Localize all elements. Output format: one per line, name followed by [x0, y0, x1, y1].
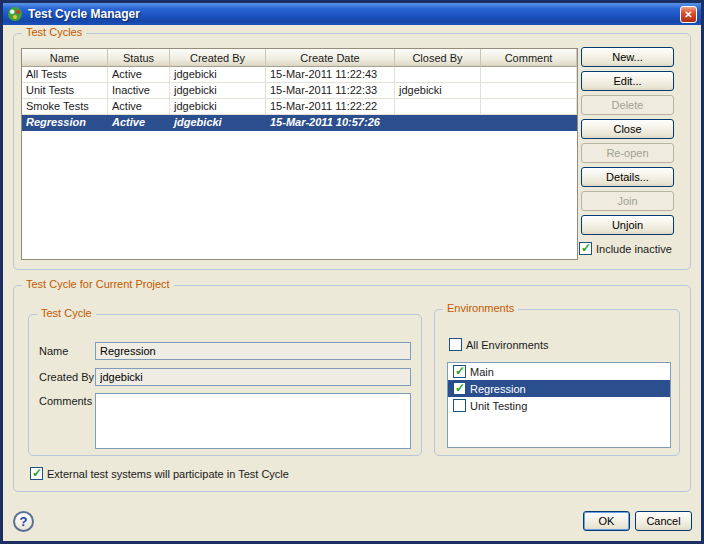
cell-status: Inactive: [108, 83, 170, 98]
include-inactive-checkbox-box[interactable]: [579, 242, 592, 255]
cell-name: All Tests: [22, 67, 108, 82]
all-environments-checkbox-box[interactable]: [449, 338, 462, 351]
cell-closed-by: [395, 99, 481, 114]
test-cycle-detail-group-label: Test Cycle: [37, 307, 96, 319]
table-header: Name Status Created By Create Date Close…: [22, 49, 577, 67]
environment-label: Main: [470, 366, 494, 378]
current-project-group-label: Test Cycle for Current Project: [22, 278, 174, 290]
test-cycles-group: Test Cycles Name Status Created By Creat…: [13, 33, 691, 270]
external-systems-checkbox-box[interactable]: [30, 467, 43, 480]
test-cycle-detail-group: Test Cycle Name Created By Comments: [28, 314, 422, 456]
external-systems-label: External test systems will participate i…: [47, 468, 289, 480]
cancel-button[interactable]: Cancel: [635, 511, 692, 531]
column-header-closed-by[interactable]: Closed By: [395, 49, 481, 67]
cell-create-date: 15-Mar-2011 11:22:22: [266, 99, 395, 114]
environment-checkbox-main[interactable]: [453, 365, 466, 378]
table-row-selected[interactable]: Regression Active jdgebicki 15-Mar-2011 …: [22, 115, 577, 131]
cell-closed-by: jdgebicki: [395, 83, 481, 98]
title-bar[interactable]: Test Cycle Manager ✕: [3, 3, 701, 25]
cell-name: Unit Tests: [22, 83, 108, 98]
edit-button[interactable]: Edit...: [581, 71, 674, 91]
cell-comment: [481, 115, 577, 130]
cell-created-by: jdgebicki: [170, 67, 266, 82]
table-row[interactable]: Smoke Tests Active jdgebicki 15-Mar-2011…: [22, 99, 577, 115]
cell-created-by: jdgebicki: [170, 83, 266, 98]
cell-create-date: 15-Mar-2011 11:22:43: [266, 67, 395, 82]
include-inactive-checkbox[interactable]: Include inactive: [579, 242, 672, 255]
environment-checkbox-regression[interactable]: [453, 382, 466, 395]
reopen-button: Re-open: [581, 143, 674, 163]
name-field[interactable]: [95, 342, 411, 360]
column-header-status[interactable]: Status: [108, 49, 170, 67]
column-header-comment[interactable]: Comment: [481, 49, 577, 67]
cell-closed-by: [395, 67, 481, 82]
cell-status: Active: [108, 115, 170, 130]
environment-checkbox-unit-testing[interactable]: [453, 399, 466, 412]
external-systems-checkbox[interactable]: External test systems will participate i…: [30, 467, 289, 480]
cell-status: Active: [108, 99, 170, 114]
all-environments-label: All Environments: [466, 339, 549, 351]
cell-created-by: jdgebicki: [170, 115, 266, 130]
close-icon[interactable]: ✕: [680, 6, 697, 23]
action-button-column: New... Edit... Delete Close Re-open Deta…: [581, 47, 674, 235]
column-header-create-date[interactable]: Create Date: [266, 49, 395, 67]
close-button[interactable]: Close: [581, 119, 674, 139]
test-cycles-group-label: Test Cycles: [22, 26, 86, 38]
test-cycles-table: Name Status Created By Create Date Close…: [21, 48, 578, 260]
environments-group: Environments All Environments Main Regre…: [434, 309, 680, 456]
details-button[interactable]: Details...: [581, 167, 674, 187]
environments-list: Main Regression Unit Testing: [447, 362, 671, 448]
created-by-field[interactable]: [95, 368, 411, 386]
cell-comment: [481, 99, 577, 114]
environment-item-unit-testing[interactable]: Unit Testing: [448, 397, 670, 414]
environment-label: Regression: [470, 383, 526, 395]
cell-name: Smoke Tests: [22, 99, 108, 114]
dialog-window: Test Cycle Manager ✕ Test Cycles Name St…: [0, 0, 704, 544]
new-button[interactable]: New...: [581, 47, 674, 67]
environment-label: Unit Testing: [470, 400, 527, 412]
comments-textarea[interactable]: [95, 393, 411, 449]
cell-closed-by: [395, 115, 481, 130]
delete-button: Delete: [581, 95, 674, 115]
cell-name: Regression: [22, 115, 108, 130]
unjoin-button[interactable]: Unjoin: [581, 215, 674, 235]
environment-item-main[interactable]: Main: [448, 363, 670, 380]
cell-create-date: 15-Mar-2011 11:22:33: [266, 83, 395, 98]
table-row[interactable]: Unit Tests Inactive jdgebicki 15-Mar-201…: [22, 83, 577, 99]
current-project-group: Test Cycle for Current Project Test Cycl…: [13, 285, 691, 492]
column-header-name[interactable]: Name: [22, 49, 108, 67]
ok-button[interactable]: OK: [583, 511, 630, 531]
comments-label: Comments: [39, 395, 92, 407]
help-button[interactable]: ?: [13, 511, 34, 532]
join-button: Join: [581, 191, 674, 211]
cell-created-by: jdgebicki: [170, 99, 266, 114]
column-header-created-by[interactable]: Created By: [170, 49, 266, 67]
include-inactive-label: Include inactive: [596, 243, 672, 255]
environments-group-label: Environments: [443, 302, 518, 314]
cell-status: Active: [108, 67, 170, 82]
app-icon: [7, 6, 23, 22]
name-label: Name: [39, 345, 68, 357]
cell-comment: [481, 83, 577, 98]
all-environments-checkbox[interactable]: All Environments: [449, 338, 549, 351]
table-row[interactable]: All Tests Active jdgebicki 15-Mar-2011 1…: [22, 67, 577, 83]
cell-create-date: 15-Mar-2011 10:57:26: [266, 115, 395, 130]
window-title: Test Cycle Manager: [28, 7, 675, 21]
environment-item-regression[interactable]: Regression: [448, 380, 670, 397]
created-by-label: Created By: [39, 371, 94, 383]
cell-comment: [481, 67, 577, 82]
